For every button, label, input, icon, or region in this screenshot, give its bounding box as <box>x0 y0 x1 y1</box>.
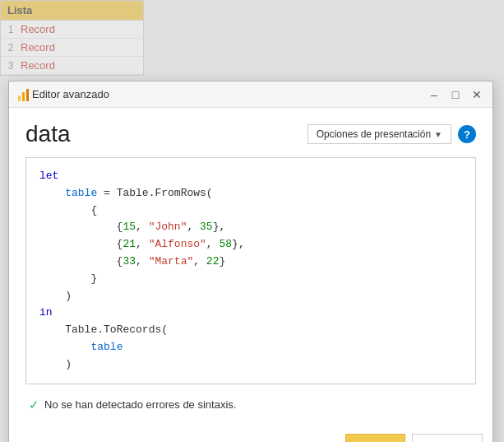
svg-rect-1 <box>22 92 25 101</box>
status-bar: ✓ No se han detectado errores de sintaxi… <box>25 393 476 417</box>
modal-footer: Listo Cancelar <box>9 427 492 442</box>
presentation-options-button[interactable]: Opciones de presentación ▼ <box>307 124 451 144</box>
check-icon: ✓ <box>29 398 39 412</box>
query-name: data <box>25 121 71 147</box>
status-message: No se han detectado errores de sintaxis. <box>44 398 236 411</box>
done-button[interactable]: Listo <box>345 434 405 442</box>
presentation-options-label: Opciones de presentación <box>317 128 431 140</box>
minimize-button[interactable]: – <box>427 87 442 102</box>
chevron-down-icon: ▼ <box>434 130 442 139</box>
help-icon: ? <box>464 128 470 141</box>
maximize-button[interactable]: □ <box>448 87 463 102</box>
dialog-title: Editor avanzado <box>32 88 427 100</box>
modal-titlebar: Editor avanzado – □ ✕ <box>9 81 492 108</box>
close-button[interactable]: ✕ <box>469 87 484 102</box>
window-controls: – □ ✕ <box>427 87 484 102</box>
help-button[interactable]: ? <box>458 125 476 143</box>
cancel-button[interactable]: Cancelar <box>412 434 483 442</box>
modal-body: data Opciones de presentación ▼ ? let ta… <box>9 108 492 427</box>
svg-rect-0 <box>18 95 21 101</box>
code-editor[interactable]: let table = Table.FromRows( { {15, "John… <box>25 157 476 384</box>
advanced-editor-dialog: Editor avanzado – □ ✕ data Opciones de p… <box>8 81 493 442</box>
header-controls: Opciones de presentación ▼ ? <box>307 124 476 144</box>
modal-header-row: data Opciones de presentación ▼ ? <box>25 121 476 147</box>
svg-rect-2 <box>26 89 29 101</box>
powerbi-icon <box>17 87 32 102</box>
